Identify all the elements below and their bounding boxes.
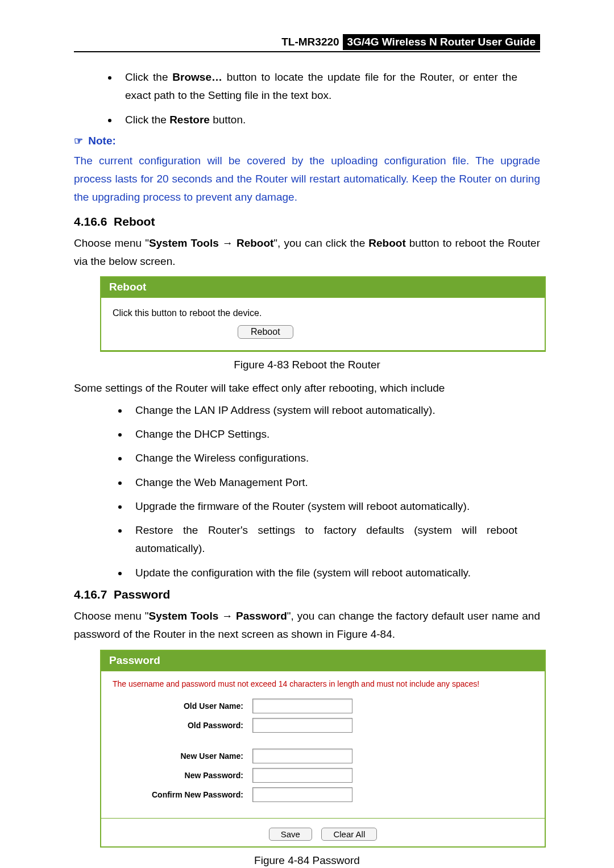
list-item: Change the DHCP Settings.: [128, 425, 517, 443]
section-title: Password: [114, 588, 170, 601]
password-warning: The username and password must not excee…: [113, 679, 533, 688]
bold-text: Reboot: [368, 237, 405, 249]
new-pass-input[interactable]: [252, 768, 352, 783]
arrow-icon: →: [219, 237, 237, 249]
section-number: 4.16.7: [74, 588, 107, 601]
panel-title: Password: [101, 651, 545, 671]
form-row-confirm: Confirm New Password:: [113, 787, 533, 802]
text: Click the: [125, 71, 172, 83]
bold-text: System Tools: [149, 610, 219, 622]
section-title: Reboot: [114, 215, 155, 228]
reboot-panel: Reboot Click this button to reboot the d…: [100, 276, 546, 352]
section-heading-reboot: 4.16.6 Reboot: [74, 215, 540, 229]
new-user-input[interactable]: [252, 749, 352, 763]
list-item: Change the LAN IP Address (system will r…: [128, 401, 517, 420]
form-row-old-user: Old User Name:: [113, 699, 533, 713]
panel-body: The username and password must not excee…: [101, 671, 545, 818]
list-item: Change the Web Management Port.: [128, 474, 517, 492]
page-header: TL-MR32203G/4G Wireless N Router User Gu…: [74, 34, 540, 52]
reboot-paragraph: Choose menu "System Tools → Reboot", you…: [74, 234, 540, 271]
text: ", you can click the: [273, 237, 368, 249]
hand-icon: ☞: [74, 135, 83, 147]
bold-text: Restore: [169, 114, 210, 126]
password-panel: Password The username and password must …: [100, 650, 546, 848]
reboot-button[interactable]: Reboot: [238, 325, 293, 339]
button-row: Save Clear All: [101, 822, 545, 846]
text: button.: [210, 114, 246, 126]
list-item: Update the configuration with the file (…: [128, 564, 517, 582]
text: Choose menu ": [74, 237, 149, 249]
divider: [101, 818, 545, 819]
list-item: Restore the Router's settings to factory…: [128, 521, 517, 558]
old-pass-input[interactable]: [252, 718, 352, 733]
note-label: Note:: [88, 135, 116, 147]
top-bullet-list: Click the Browse… button to locate the u…: [118, 68, 517, 129]
list-item: Click the Browse… button to locate the u…: [118, 68, 517, 105]
bold-text: Reboot: [237, 237, 273, 249]
panel-body: Click this button to reboot the device. …: [101, 298, 545, 350]
list-item: Upgrade the firmware of the Router (syst…: [128, 497, 517, 516]
divider: [101, 350, 545, 351]
list-item: Click the Restore button.: [118, 111, 517, 129]
old-user-label: Old User Name:: [113, 701, 252, 711]
new-user-label: New User Name:: [113, 751, 252, 761]
old-user-input[interactable]: [252, 699, 352, 713]
section-number: 4.16.6: [74, 215, 107, 228]
form-row-old-pass: Old Password:: [113, 718, 533, 733]
confirm-pass-label: Confirm New Password:: [113, 790, 252, 799]
list-item: Change the Wireless configurations.: [128, 449, 517, 467]
form-row-new-pass: New Password:: [113, 768, 533, 783]
password-paragraph: Choose menu "System Tools → Password", y…: [74, 607, 540, 644]
text: Click the: [125, 114, 169, 126]
bold-text: Password: [236, 610, 287, 622]
panel-title: Reboot: [101, 277, 545, 297]
effect-paragraph: Some settings of the Router will take ef…: [74, 379, 540, 397]
note-paragraph: The current configuration will be covere…: [74, 152, 540, 207]
old-pass-label: Old Password:: [113, 721, 252, 730]
reboot-description: Click this button to reboot the device.: [113, 308, 533, 318]
note-heading: ☞ Note:: [74, 135, 540, 147]
clear-all-button[interactable]: Clear All: [321, 828, 377, 841]
arrow-icon: →: [218, 610, 236, 622]
effect-bullet-list: Change the LAN IP Address (system will r…: [128, 401, 517, 582]
section-heading-password: 4.16.7 Password: [74, 588, 540, 601]
form-row-new-user: New User Name:: [113, 749, 533, 763]
bold-text: System Tools: [149, 237, 219, 249]
model-label: TL-MR3220: [281, 36, 342, 48]
guide-title: 3G/4G Wireless N Router User Guide: [343, 34, 540, 50]
bold-text: Browse…: [172, 71, 222, 83]
new-pass-label: New Password:: [113, 771, 252, 780]
figure-caption-83: Figure 4-83 Reboot the Router: [74, 359, 540, 371]
save-button[interactable]: Save: [269, 828, 312, 841]
confirm-pass-input[interactable]: [252, 787, 352, 802]
figure-caption-84: Figure 4-84 Password: [74, 854, 540, 867]
text: Choose menu ": [74, 610, 149, 622]
